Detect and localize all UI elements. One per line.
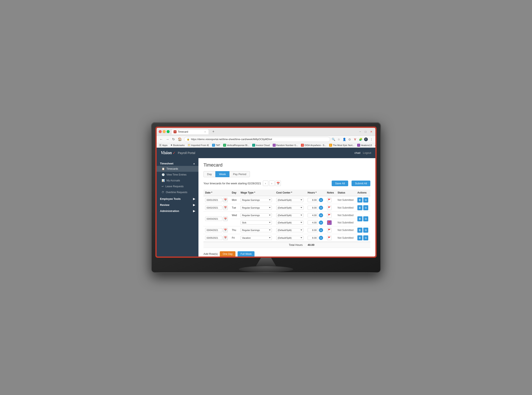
sidebar-review-section[interactable]: Review ▶	[157, 201, 198, 207]
tab-week[interactable]: Week	[215, 171, 229, 177]
add-row-btn-2[interactable]: +	[319, 206, 323, 210]
window-maximize-button[interactable]	[167, 130, 170, 133]
date-input-2[interactable]	[205, 206, 222, 210]
hours-input-5[interactable]	[308, 236, 318, 240]
window-maximize-icon[interactable]: □	[365, 130, 366, 133]
hours-input-1[interactable]	[308, 198, 318, 202]
sidebar-employee-tools-section[interactable]: Employee Tools ▶	[157, 195, 198, 201]
note-btn-1[interactable]: 🚩	[327, 198, 332, 202]
browser-tab[interactable]: V Timecard ×	[171, 129, 209, 134]
date-calendar-btn-1[interactable]: 📅	[223, 198, 228, 202]
date-input-5[interactable]	[205, 236, 222, 240]
cost-center-select-4[interactable]: (Default/Split)	[276, 228, 304, 232]
date-calendar-btn-5[interactable]: 📅	[223, 236, 228, 240]
window-minimize-icon[interactable]: −	[359, 130, 361, 133]
bookmarks-apps-item[interactable]: ⊞ Apps	[159, 144, 168, 147]
date-calendar-btn-4[interactable]: 📅	[223, 228, 228, 232]
bookmarks-rng-item[interactable]: R Random Number G...	[273, 144, 298, 147]
copy-btn-3[interactable]: ⧉	[363, 216, 368, 221]
delete-btn-4[interactable]: 🗑	[357, 228, 362, 233]
hours-input-3a[interactable]	[308, 213, 318, 217]
new-tab-button[interactable]: +	[211, 130, 216, 134]
window-close-button[interactable]	[159, 130, 162, 133]
sidebar-administration-section[interactable]: Administration ▶	[157, 207, 198, 213]
logout-button[interactable]: Logout	[363, 151, 371, 154]
bookmarks-ie-item[interactable]: 📁 Imported From IE	[188, 144, 209, 147]
bookmarks-more-item[interactable]: »	[375, 144, 375, 146]
window-minimize-button[interactable]	[163, 130, 166, 133]
user-avatar-icon[interactable]: C	[364, 137, 368, 141]
note-btn-3a[interactable]: 🚩	[327, 213, 332, 218]
sidebar-item-leave-requests[interactable]: ↩ Leave Requests	[157, 183, 198, 189]
extension-icon[interactable]: V	[353, 137, 357, 141]
bookmark-star-icon[interactable]: ☆	[337, 137, 341, 141]
submit-all-button[interactable]: Submit All	[352, 181, 370, 186]
next-period-button[interactable]: ›	[269, 181, 275, 186]
cost-center-select-3a[interactable]: (Default/Split)	[276, 213, 304, 217]
cost-center-select-2[interactable]: (Default/Split)	[276, 206, 304, 210]
tab-pay-period[interactable]: Pay Period	[229, 171, 250, 177]
hours-input-3b[interactable]	[308, 220, 318, 225]
note-btn-5[interactable]: 🚩	[327, 236, 332, 240]
sidebar-item-timecards[interactable]: 📋 Timecards	[157, 166, 198, 172]
wage-type-select-2[interactable]: Regular Earnings	[240, 206, 272, 210]
copy-btn-5[interactable]: ⧉	[363, 235, 368, 240]
profile-icon[interactable]: 👤	[342, 137, 346, 141]
delete-btn-3[interactable]: 🗑	[357, 216, 362, 221]
refresh-button[interactable]: ↻	[171, 137, 176, 142]
date-input-4[interactable]	[205, 228, 222, 232]
save-all-button[interactable]: Save All	[332, 181, 348, 186]
delete-btn-1[interactable]: 🗑	[357, 198, 362, 203]
hours-input-4[interactable]	[308, 228, 318, 232]
hours-input-2[interactable]	[308, 206, 318, 210]
bookmarks-tmt-item[interactable]: T TMT	[212, 144, 220, 147]
wage-type-select-5[interactable]: Vacation	[240, 236, 272, 240]
bookmarks-dish-item[interactable]: D DISH Anywhere - S...	[301, 144, 326, 147]
tab-close-button[interactable]: ×	[205, 131, 206, 133]
note-btn-2[interactable]: 🚩	[327, 205, 332, 210]
one-day-button[interactable]: One Day	[220, 251, 235, 257]
back-button[interactable]: ←	[159, 137, 164, 142]
wage-type-select-1[interactable]: Regular Earnings	[240, 198, 272, 202]
note-btn-4[interactable]: 🚩	[327, 228, 332, 232]
sidebar-item-overtime-requests[interactable]: ⏱ Overtime Requests	[157, 189, 198, 195]
sidebar-item-my-accruals[interactable]: 📊 My Accruals	[157, 178, 198, 183]
cost-center-select-1[interactable]: (Default/Split)	[276, 198, 304, 202]
add-row-btn-1[interactable]: +	[319, 198, 323, 202]
sidebar-item-view-time-entries[interactable]: 🕐 View Time Entries	[157, 172, 198, 178]
copy-btn-4[interactable]: ⧉	[363, 228, 368, 233]
wage-type-select-4[interactable]: Regular Earnings	[240, 228, 272, 232]
cost-center-select-5[interactable]: (Default/Split)	[276, 236, 304, 240]
delete-btn-2[interactable]: 🗑	[357, 205, 362, 210]
cost-center-select-3b[interactable]: (Default/Split)	[276, 220, 304, 225]
home-button[interactable]: 🏠	[177, 137, 183, 142]
more-options-icon[interactable]: ⋮	[369, 137, 373, 141]
bookmarks-epic-item[interactable]: E The Most Epic Nort...	[329, 144, 354, 147]
add-row-btn-4[interactable]: +	[319, 228, 323, 232]
date-calendar-btn-3[interactable]: 📅	[223, 217, 228, 221]
full-week-button[interactable]: Full Week	[238, 251, 255, 257]
add-row-btn-3a[interactable]: +	[319, 213, 323, 217]
note-btn-3b[interactable]: 🚩	[327, 220, 332, 225]
copy-btn-2[interactable]: ⧉	[363, 205, 368, 210]
wage-type-select-3b[interactable]: Sick	[240, 220, 272, 225]
add-row-btn-5[interactable]: +	[319, 236, 323, 240]
sidebar-timesheet-section[interactable]: Timesheet ▲	[157, 160, 198, 166]
date-input-1[interactable]	[205, 198, 222, 202]
prev-period-button[interactable]: ‹	[263, 181, 268, 186]
delete-btn-5[interactable]: 🗑	[357, 235, 362, 240]
bookmarks-heatons-item[interactable]: Y Heatons13	[357, 144, 372, 147]
copy-btn-1[interactable]: ⧉	[363, 198, 368, 203]
wage-type-select-3a[interactable]: Regular Earnings	[240, 213, 272, 217]
date-input-3[interactable]	[205, 217, 222, 221]
account-icon[interactable]: ⊙	[348, 137, 352, 141]
tab-day[interactable]: Day	[203, 171, 215, 177]
date-calendar-btn-2[interactable]: 📅	[223, 205, 228, 210]
forward-button[interactable]: →	[165, 137, 170, 142]
bookmarks-invoice-item[interactable]: i Invoice Cloud	[252, 144, 270, 147]
url-bar[interactable]: 🔒 https://demo.visionportal.net/time-she…	[184, 137, 330, 142]
puzzle-icon[interactable]: 🧩	[359, 137, 362, 141]
period-calendar-button[interactable]: 📅	[275, 181, 281, 186]
add-row-btn-3b[interactable]: +	[319, 220, 323, 225]
search-icon[interactable]: 🔍	[331, 137, 335, 141]
